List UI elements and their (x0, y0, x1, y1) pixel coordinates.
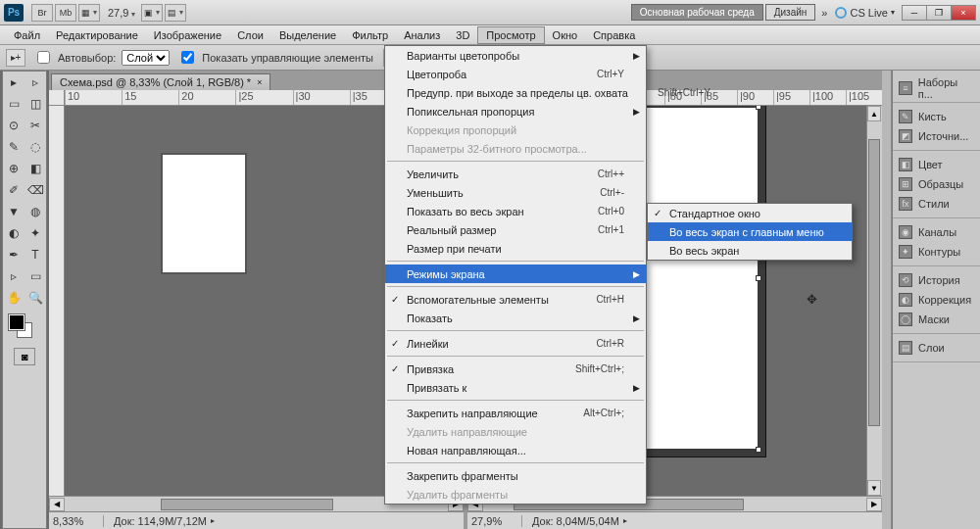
cslive-button[interactable]: CS Live▾ (835, 7, 895, 19)
menu-item: Коррекция пропорций (385, 120, 646, 139)
tool-button[interactable]: ◫ (24, 93, 46, 115)
submenu-item[interactable]: ✓Стандартное окно (648, 204, 852, 222)
panel-Источни...[interactable]: ◩Источни... (893, 126, 980, 146)
autoselect-dropdown[interactable]: Слой (122, 50, 170, 66)
menu-файл[interactable]: Файл (6, 27, 48, 43)
submenu-item[interactable]: Во весь экран с главным меню (648, 222, 852, 241)
screen-mode-button[interactable]: ▣ (141, 4, 163, 22)
minimize-button[interactable]: ─ (902, 5, 927, 21)
menu-редактирование[interactable]: Редактирование (48, 27, 146, 43)
panel-collapse-strip[interactable] (882, 71, 892, 529)
tool-button[interactable]: ▭ (24, 265, 46, 287)
panel-Маски[interactable]: ◯Маски (893, 310, 980, 329)
menu-item[interactable]: Варианты цветопробы▶ (385, 46, 646, 65)
menu-item[interactable]: Реальный размерCtrl+1 (385, 220, 646, 239)
workspace-more-icon[interactable]: » (821, 7, 827, 19)
color-swatches[interactable] (7, 313, 42, 340)
menu-item[interactable]: ✓ПривязкаShift+Ctrl+; (385, 360, 646, 378)
tool-button[interactable]: T (24, 244, 46, 265)
move-tool-icon[interactable]: ▸+ (6, 49, 25, 67)
menu-справка[interactable]: Справка (585, 27, 643, 43)
tool-button[interactable]: ⊕ (3, 158, 24, 179)
submenu-item[interactable]: Во весь экран (648, 241, 852, 260)
tool-button[interactable]: ⌫ (24, 179, 46, 201)
status-bar: 8,33% Док: 114,9M/7,12M ▸ (49, 511, 464, 529)
workspace-main-button[interactable]: Основная рабочая среда (631, 4, 763, 21)
tool-button[interactable]: ✂ (24, 115, 46, 136)
panel-Коррекция[interactable]: ◐Коррекция (893, 290, 980, 310)
tool-button[interactable]: ✒ (3, 244, 24, 265)
panel-Цвет[interactable]: ◧Цвет (893, 155, 980, 174)
tool-button[interactable]: ▭ (3, 93, 24, 115)
menu-item[interactable]: ЦветопробаCtrl+Y (385, 65, 646, 83)
menu-item[interactable]: Предупр. при выходе за пределы цв. охват… (385, 83, 646, 102)
scrollbar-vertical[interactable]: ▲▼ (866, 106, 882, 496)
menu-окно[interactable]: Окно (545, 27, 586, 43)
show-controls-checkbox[interactable] (181, 51, 194, 64)
menu-слои[interactable]: Слои (229, 27, 271, 43)
maximize-button[interactable]: ❐ (926, 5, 952, 21)
menu-item[interactable]: УвеличитьCtrl++ (385, 165, 646, 183)
tool-button[interactable]: ▹ (3, 265, 24, 287)
bridge-button[interactable]: Br (31, 4, 53, 22)
menu-выделение[interactable]: Выделение (271, 27, 344, 43)
tool-button[interactable]: ✦ (24, 222, 46, 244)
menu-item[interactable]: Закрепить направляющиеAlt+Ctrl+; (385, 404, 646, 422)
menu-item[interactable]: Новая направляющая... (385, 441, 646, 459)
menu-item[interactable]: Закрепить фрагменты (385, 466, 646, 485)
menu-item[interactable]: Показать во весь экранCtrl+0 (385, 202, 646, 220)
close-button[interactable]: × (951, 5, 976, 21)
menu-просмотр[interactable]: Просмотр (477, 26, 544, 44)
tool-button[interactable]: ◌ (24, 136, 46, 158)
menu-изображение[interactable]: Изображение (146, 27, 229, 43)
menu-item[interactable]: ✓ЛинейкиCtrl+R (385, 334, 646, 353)
tool-button[interactable]: ▸ (3, 72, 24, 93)
menu-3d[interactable]: 3D (448, 27, 477, 43)
panel-icon: ⟲ (899, 273, 912, 287)
panel-Наборы п...[interactable]: ≡Наборы п... (893, 78, 980, 98)
minibridge-button[interactable]: Mb (55, 4, 76, 22)
tool-button[interactable]: ▹ (24, 72, 46, 93)
menu-item[interactable]: Показать▶ (385, 309, 646, 327)
panel-История[interactable]: ⟲История (893, 270, 980, 290)
panel-Образцы[interactable]: ⊞Образцы (893, 174, 980, 194)
zoom-field[interactable]: 27,9% (467, 515, 522, 527)
artboard[interactable] (163, 155, 245, 272)
menu-item[interactable]: Попиксельная пропорция▶ (385, 102, 646, 120)
menu-фильтр[interactable]: Фильтр (344, 27, 396, 43)
tool-button[interactable]: ▼ (3, 201, 24, 222)
document-tab[interactable]: Схема.psd @ 8,33% (Слой 1, RGB/8) * × (51, 73, 270, 90)
menu-item[interactable]: Привязать к▶ (385, 378, 646, 397)
close-tab-icon[interactable]: × (257, 77, 262, 87)
menu-item[interactable]: Размер при печати (385, 239, 646, 258)
tool-button[interactable]: ◍ (24, 201, 46, 222)
zoom-field[interactable]: 8,33% (49, 515, 104, 527)
doc-info[interactable]: Док: 114,9M/7,12M (104, 515, 207, 527)
panel-Контуры[interactable]: ✦Контуры (893, 242, 980, 262)
menu-item[interactable]: ✓Вспомогательные элементыCtrl+H (385, 290, 646, 309)
menu-item[interactable]: УменьшитьCtrl+- (385, 183, 646, 202)
panel-Каналы[interactable]: ◉Каналы (893, 222, 980, 242)
menu-item[interactable]: Режимы экрана▶ (385, 264, 646, 283)
tool-button[interactable]: 🔍 (24, 287, 46, 309)
panel-Слои[interactable]: ▤Слои (893, 338, 980, 358)
tool-button[interactable]: ◧ (24, 158, 46, 179)
workspace-design-button[interactable]: Дизайн (765, 4, 816, 21)
panel-icon: ◧ (899, 158, 912, 171)
autoselect-checkbox[interactable] (37, 51, 50, 64)
tool-button[interactable]: ✋ (3, 287, 24, 309)
quickmask-button[interactable]: ◙ (14, 348, 35, 365)
extras-button[interactable]: ▤ (165, 4, 186, 22)
panel-icon: ◐ (899, 293, 912, 307)
tool-button[interactable]: ✎ (3, 136, 24, 158)
doc-info[interactable]: Док: 8,04M/5,04M (522, 515, 619, 527)
arrange-button[interactable]: ▦ (78, 4, 100, 22)
ruler-vertical[interactable] (49, 106, 65, 496)
panel-Кисть[interactable]: ✎Кисть (893, 107, 980, 126)
tool-button[interactable]: ✐ (3, 179, 24, 201)
tool-button[interactable]: ◐ (3, 222, 24, 244)
tool-button[interactable]: ⊙ (3, 115, 24, 136)
zoom-level[interactable]: 27,9 (108, 7, 135, 19)
menu-анализ[interactable]: Анализ (396, 27, 448, 43)
panel-Стили[interactable]: fxСтили (893, 194, 980, 214)
